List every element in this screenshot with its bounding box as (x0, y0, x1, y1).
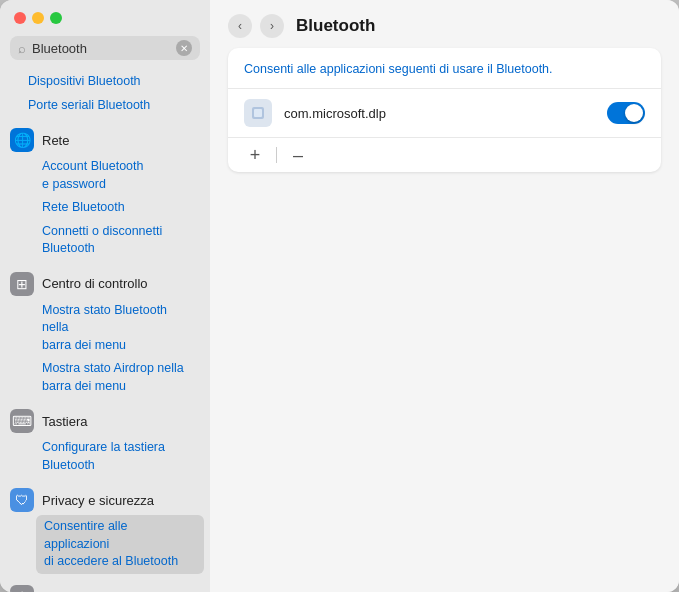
sidebar-section-header-rete[interactable]: 🌐 Rete (0, 123, 210, 155)
sidebar-section-rete: 🌐 Rete Account Bluetoothe password Rete … (0, 123, 210, 261)
search-icon: ⌕ (18, 41, 26, 56)
svg-rect-1 (254, 109, 262, 117)
keyboard-icon: ⌨ (10, 409, 34, 433)
sidebar-section-label-privacy: Privacy e sicurezza (42, 493, 154, 508)
sidebar-item-consentire-applicazioni[interactable]: Consentire alle applicazionidi accedere … (36, 515, 204, 574)
search-clear-button[interactable]: ✕ (176, 40, 192, 56)
permission-card: Consenti alle applicazioni seguenti di u… (228, 48, 661, 172)
minimize-button[interactable] (32, 12, 44, 24)
remove-app-button[interactable]: – (287, 144, 309, 166)
sidebar-section-centro-controllo: ⊞ Centro di controllo Mostra stato Bluet… (0, 267, 210, 399)
app-icon (244, 99, 272, 127)
search-input[interactable] (32, 41, 170, 56)
sidebar-section-label-centro-controllo: Centro di controllo (42, 276, 148, 291)
sidebar-item-dispositivi-bluetooth[interactable]: Dispositivi Bluetooth (0, 70, 210, 94)
content-area: Consenti alle applicazioni seguenti di u… (210, 48, 679, 592)
action-separator (276, 147, 277, 163)
sidebar-section-sharing: ⬡ Sharing (0, 580, 210, 593)
traffic-lights (0, 12, 210, 36)
control-center-icon: ⊞ (10, 272, 34, 296)
close-button[interactable] (14, 12, 26, 24)
sidebar-item-configurare-tastiera[interactable]: Configurare la tastieraBluetooth (0, 436, 210, 477)
sidebar: ⌕ ✕ Dispositivi Bluetooth Porte seriali … (0, 0, 210, 592)
app-toggle[interactable] (607, 102, 645, 124)
sidebar-section-privacy: 🛡 Privacy e sicurezza Consentire alle ap… (0, 483, 210, 574)
sidebar-section-tastiera: ⌨ Tastiera Configurare la tastieraBlueto… (0, 404, 210, 477)
back-button[interactable]: ‹ (228, 14, 252, 38)
sidebar-item-porte-seriali-bluetooth[interactable]: Porte seriali Bluetooth (0, 94, 210, 118)
sidebar-item-rete-bluetooth[interactable]: Rete Bluetooth (0, 196, 210, 220)
sidebar-content: Dispositivi Bluetooth Porte seriali Blue… (0, 70, 210, 592)
app-row-com-microsoft-dlp: com.microsoft.dlp (228, 89, 661, 138)
toolbar: ‹ › Bluetooth (210, 0, 679, 48)
sidebar-item-connetti-disconnetti[interactable]: Connetti o disconnettiBluetooth (0, 220, 210, 261)
sidebar-section-header-tastiera[interactable]: ⌨ Tastiera (0, 404, 210, 436)
page-title: Bluetooth (296, 16, 375, 36)
sidebar-item-account-bluetooth[interactable]: Account Bluetoothe password (0, 155, 210, 196)
add-app-button[interactable]: + (244, 144, 266, 166)
toggle-knob (625, 104, 643, 122)
sidebar-section-header-privacy[interactable]: 🛡 Privacy e sicurezza (0, 483, 210, 515)
sidebar-section-label-tastiera: Tastiera (42, 414, 88, 429)
sidebar-item-mostra-stato-airdrop[interactable]: Mostra stato Airdrop nellabarra dei menu (0, 357, 210, 398)
search-box: ⌕ ✕ (10, 36, 200, 60)
permission-description: Consenti alle applicazioni seguenti di u… (228, 48, 661, 89)
sidebar-section-label-rete: Rete (42, 133, 69, 148)
window: ⌕ ✕ Dispositivi Bluetooth Porte seriali … (0, 0, 679, 592)
maximize-button[interactable] (50, 12, 62, 24)
app-name: com.microsoft.dlp (284, 106, 595, 121)
sidebar-section-header-centro-controllo[interactable]: ⊞ Centro di controllo (0, 267, 210, 299)
sidebar-section-header-sharing[interactable]: ⬡ Sharing (0, 580, 210, 593)
forward-button[interactable]: › (260, 14, 284, 38)
sharing-icon: ⬡ (10, 585, 34, 593)
globe-icon: 🌐 (10, 128, 34, 152)
sidebar-item-mostra-stato-bluetooth[interactable]: Mostra stato Bluetooth nellabarra dei me… (0, 299, 210, 358)
main-content: ‹ › Bluetooth Consenti alle applicazioni… (210, 0, 679, 592)
shield-icon: 🛡 (10, 488, 34, 512)
permission-actions: + – (228, 138, 661, 172)
